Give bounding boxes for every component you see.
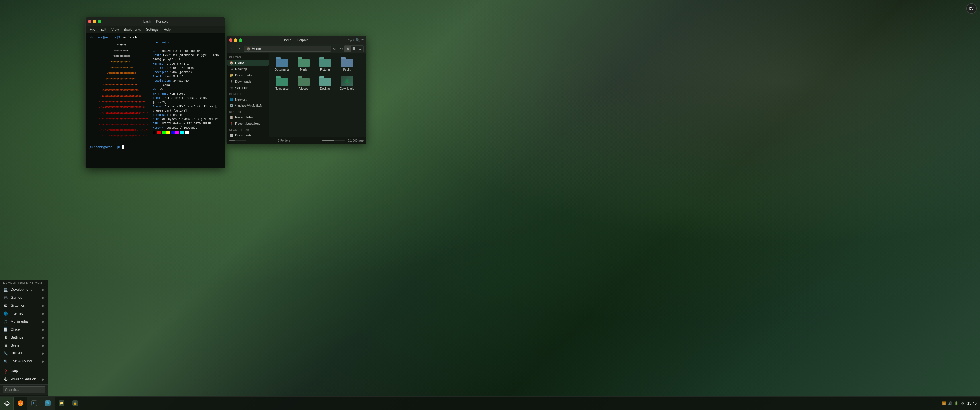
- tray-icon-battery[interactable]: 🔋: [954, 401, 959, 406]
- arrow-icon: ▶: [43, 296, 45, 299]
- dolphin-back-button[interactable]: ‹: [229, 46, 235, 51]
- sidebar-places-label: Places: [227, 54, 269, 59]
- dolphin-forward-button[interactable]: ›: [237, 46, 242, 51]
- tray-icon-volume[interactable]: 🔊: [948, 401, 952, 406]
- dolphin-scrollbar[interactable]: [229, 140, 246, 141]
- folder-item-pictures[interactable]: Pictures: [315, 55, 336, 73]
- taskbar-app-konsole[interactable]: $_: [27, 397, 41, 410]
- launcher-item-settings[interactable]: ⚙ Settings ▶: [0, 334, 48, 342]
- dolphin-sidebar: Places 🏠 Home 🖥 Desktop 📁 Documents ⬇ Do…: [227, 53, 269, 137]
- launcher-item-system[interactable]: 🖥 System ▶: [0, 342, 48, 350]
- launcher-item-lost-found[interactable]: 🔍 Lost & Found ▶: [0, 358, 48, 365]
- sidebar-item-desktop[interactable]: 🖥 Desktop: [228, 66, 269, 72]
- launcher-item-games[interactable]: 🎮 Games ▶: [0, 294, 48, 302]
- launcher-item-help[interactable]: ❓ Help: [0, 367, 48, 375]
- konsole-menu-bookmarks[interactable]: Bookmarks: [122, 27, 143, 32]
- folder-item-desktop[interactable]: Desktop: [315, 74, 336, 92]
- konsole-menu-view[interactable]: View: [109, 27, 121, 32]
- launcher-item-label: Development: [11, 288, 32, 292]
- arrow-icon: ▶: [43, 352, 45, 355]
- dolphin-zoom-area: 46.1 GiB free: [322, 139, 364, 142]
- sidebar-item-media-mount[interactable]: 💿 /mnt/user/MyMedia/M: [228, 103, 269, 109]
- launcher-item-development[interactable]: 💻 Development ▶: [0, 286, 48, 294]
- konsole-minimize-button[interactable]: [93, 20, 96, 23]
- dolphin-menu-button[interactable]: ≡: [361, 38, 364, 43]
- tray-icon-network[interactable]: 📶: [942, 401, 946, 406]
- launcher-item-label: Internet: [11, 311, 22, 315]
- start-button[interactable]: EV: [0, 397, 14, 410]
- development-icon: 💻: [3, 287, 8, 292]
- dolphin-minimize-button[interactable]: [234, 38, 237, 42]
- sidebar-search-documents[interactable]: 📄 Documents: [228, 132, 269, 137]
- folder-label-documents: Documents: [275, 68, 290, 72]
- sidebar-item-downloads[interactable]: ⬇ Downloads: [228, 78, 269, 84]
- dolphin-detail-view-btn[interactable]: ≣: [357, 46, 363, 52]
- konsole-close-button[interactable]: [88, 20, 91, 23]
- taskbar-app-firefox[interactable]: 🦊: [14, 397, 27, 410]
- launcher-search-input[interactable]: [3, 386, 45, 393]
- launcher-item-internet[interactable]: 🌐 Internet ▶: [0, 310, 48, 318]
- folder-item-templates[interactable]: Templates: [272, 74, 292, 92]
- dolphin-search-button[interactable]: 🔍: [355, 38, 360, 43]
- launcher-item-utilities[interactable]: 🔧 Utilities ▶: [0, 350, 48, 358]
- internet-icon: 🌐: [3, 311, 8, 316]
- dolphin-view-toggle: ⊞ ☰ ≣: [344, 45, 364, 52]
- konsole-menu-file[interactable]: File: [88, 27, 97, 32]
- tray-icon-settings[interactable]: ⚙: [960, 401, 965, 406]
- ev-svg: EV: [4, 400, 10, 407]
- taskbar-clock[interactable]: 15:45: [967, 401, 977, 405]
- dolphin-address-bar[interactable]: 🏠 Home: [244, 46, 331, 51]
- folder-label-pictures: Pictures: [320, 68, 331, 72]
- launcher-item-graphics[interactable]: 🖼 Graphics ▶: [0, 302, 48, 310]
- folder-item-public[interactable]: Public: [337, 55, 357, 73]
- folder-item-downloads[interactable]: 🌲 Downloads: [337, 74, 357, 92]
- dolphin-maximize-button[interactable]: [239, 38, 242, 42]
- utilities-icon: 🔧: [3, 351, 8, 356]
- sidebar-item-documents[interactable]: 📁 Documents: [228, 72, 269, 78]
- konsole-menu-edit[interactable]: Edit: [98, 27, 108, 32]
- terminal-prompt-line-2: [duncanm@arch ~]$ █: [88, 145, 223, 149]
- konsole-icon: $_: [31, 400, 37, 406]
- folder-icon-public: [341, 57, 353, 67]
- neofetch-system-info: duncanm@arch ----------- OS: EndeavourOS…: [153, 40, 223, 143]
- graphics-icon: 🖼: [3, 303, 8, 308]
- launcher-item-office[interactable]: 📄 Office ▶: [0, 326, 48, 334]
- dolphin-close-button[interactable]: [229, 38, 232, 42]
- sidebar-item-label: Network: [235, 98, 247, 101]
- folder-label-templates: Templates: [275, 87, 289, 91]
- launcher-item-multimedia[interactable]: 🎵 Multimedia ▶: [0, 318, 48, 326]
- application-launcher: Recent Applications 💻 Development ▶ 🎮 Ga…: [0, 280, 48, 396]
- sidebar-item-recent-locations[interactable]: 📍 Recent Locations: [228, 121, 269, 127]
- dolphin-toolbar: ‹ › 🏠 Home Sort By ⊞ ☰ ≣: [227, 44, 366, 53]
- sidebar-item-wastebin[interactable]: 🗑 Wastebin: [228, 84, 269, 91]
- launcher-item-label: System: [11, 343, 22, 347]
- dolphin-window-controls: [229, 38, 242, 42]
- launcher-item-power[interactable]: ⏻ Power / Session ▶: [0, 375, 48, 383]
- folder-item-music[interactable]: Music: [293, 55, 314, 73]
- folder-item-documents[interactable]: Documents: [272, 55, 292, 73]
- downloads-icon: ⬇: [230, 79, 234, 83]
- folder-item-videos[interactable]: Videos: [293, 74, 314, 92]
- sidebar-item-recent-files[interactable]: 📋 Recent Files: [228, 114, 269, 121]
- taskbar-app-generic1[interactable]: 📁: [55, 397, 68, 410]
- taskbar-app-generic2[interactable]: 🔒: [68, 397, 82, 410]
- dolphin-icon-view-btn[interactable]: ⊞: [344, 46, 351, 52]
- help-icon: ❓: [3, 369, 8, 374]
- konsole-terminal-body[interactable]: [duncanm@arch ~]$ neofetch /$$$$$$ /$$$$…: [86, 33, 225, 168]
- sidebar-item-home[interactable]: 🏠 Home: [228, 59, 269, 66]
- system-icon: 🖥: [3, 343, 8, 348]
- sidebar-search-label: Search For: [227, 127, 269, 132]
- konsole-maximize-button[interactable]: [98, 20, 101, 23]
- dolphin-zoom-slider[interactable]: [322, 140, 345, 141]
- launcher-item-label: Office: [11, 327, 20, 331]
- folder-label-music: Music: [300, 68, 307, 72]
- konsole-titlebar: :. bash — Konsole: [86, 17, 225, 26]
- dolphin-split-button[interactable]: Split: [348, 38, 354, 42]
- sidebar-item-network[interactable]: 🌐 Network: [228, 96, 269, 103]
- konsole-menu-settings[interactable]: Settings: [144, 27, 161, 32]
- dolphin-titlebar: Home — Dolphin Split 🔍 ≡: [227, 36, 366, 44]
- taskbar-app-dolphin[interactable]: 🐬: [41, 397, 55, 410]
- office-icon: 📄: [3, 327, 8, 332]
- dolphin-list-view-btn[interactable]: ☰: [351, 46, 357, 52]
- konsole-menu-help[interactable]: Help: [161, 27, 173, 32]
